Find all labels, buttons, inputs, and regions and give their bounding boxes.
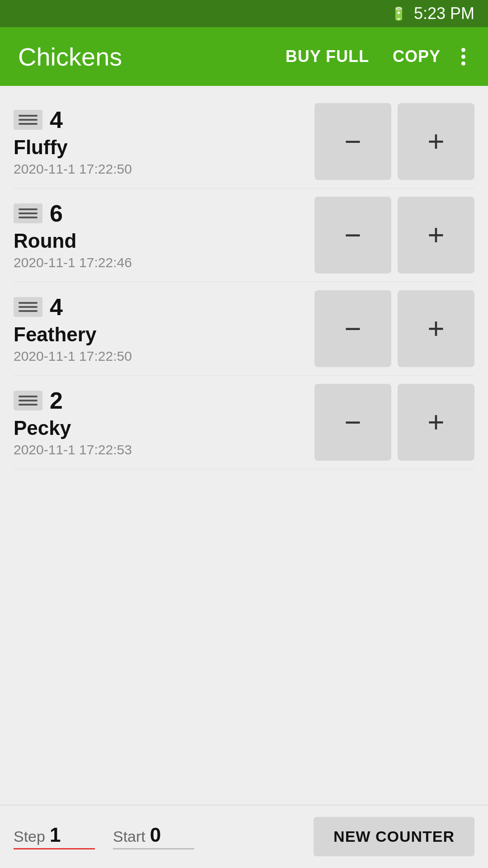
drag-handle-line — [19, 310, 38, 312]
app-bar: Chickens BUY FULL COPY — [0, 27, 488, 86]
counter-date-0: 2020-11-1 17:22:50 — [14, 161, 305, 177]
app-title: Chickens — [18, 42, 269, 71]
dot-icon — [461, 55, 465, 59]
drag-handle-line — [19, 115, 38, 117]
counter-buttons-2: − + — [314, 290, 474, 367]
step-field: Step 1 — [14, 824, 113, 849]
start-underline — [113, 848, 194, 849]
start-value: 0 — [150, 824, 161, 846]
counter-name-0: Fluffy — [14, 136, 305, 159]
counter-left-2: 4 Feathery 2020-11-1 17:22:50 — [14, 290, 314, 367]
start-field: Start 0 — [113, 824, 212, 849]
counter-left-1: 6 Round 2020-11-1 17:22:46 — [14, 197, 314, 274]
counter-item: 2 Pecky 2020-11-1 17:22:53 − + — [14, 376, 474, 469]
counter-header-2: 4 — [14, 293, 305, 321]
counter-left-0: 4 Fluffy 2020-11-1 17:22:50 — [14, 103, 314, 180]
drag-handle-0[interactable] — [14, 110, 42, 130]
increment-button-3[interactable]: + — [398, 384, 474, 461]
decrement-button-2[interactable]: − — [314, 290, 391, 367]
counter-date-3: 2020-11-1 17:22:53 — [14, 442, 305, 458]
increment-button-0[interactable]: + — [398, 103, 474, 180]
counter-value-2: 4 — [50, 293, 63, 321]
decrement-button-3[interactable]: − — [314, 384, 391, 461]
drag-handle-line — [19, 396, 38, 397]
step-value: 1 — [50, 824, 61, 846]
counter-date-2: 2020-11-1 17:22:50 — [14, 349, 305, 364]
drag-handle-line — [19, 123, 38, 125]
step-underline — [14, 848, 95, 849]
drag-handle-line — [19, 212, 38, 214]
dot-icon — [461, 61, 465, 66]
counter-name-2: Feathery — [14, 323, 305, 346]
decrement-button-1[interactable]: − — [314, 197, 391, 274]
drag-handle-2[interactable] — [14, 297, 42, 317]
counter-buttons-1: − + — [314, 197, 474, 274]
dot-icon — [461, 48, 465, 52]
battery-icon: 🔋 — [391, 6, 407, 21]
drag-handle-line — [19, 306, 38, 308]
step-label: Step — [14, 828, 45, 845]
new-counter-button[interactable]: NEW COUNTER — [314, 817, 474, 856]
drag-handle-line — [19, 404, 38, 406]
buy-full-button[interactable]: BUY FULL — [278, 42, 376, 71]
counter-buttons-0: − + — [314, 103, 474, 180]
drag-handle-line — [19, 208, 38, 210]
content-spacer — [14, 469, 474, 796]
counter-buttons-3: − + — [314, 384, 474, 461]
increment-button-1[interactable]: + — [398, 197, 474, 274]
status-time: 5:23 PM — [414, 4, 474, 23]
counter-header-3: 2 — [14, 387, 305, 414]
drag-handle-line — [19, 119, 38, 121]
drag-handle-1[interactable] — [14, 203, 42, 223]
counters-list: 4 Fluffy 2020-11-1 17:22:50 − + 6 — [0, 86, 488, 805]
drag-handle-3[interactable] — [14, 391, 42, 410]
status-bar: 🔋 5:23 PM — [0, 0, 488, 27]
copy-button[interactable]: COPY — [385, 42, 448, 71]
counter-item: 4 Feathery 2020-11-1 17:22:50 − + — [14, 282, 474, 376]
decrement-button-0[interactable]: − — [314, 103, 391, 180]
counter-item: 4 Fluffy 2020-11-1 17:22:50 − + — [14, 95, 474, 189]
counter-value-0: 4 — [50, 106, 63, 133]
start-label: Start — [113, 828, 145, 845]
drag-handle-line — [19, 302, 38, 304]
counter-left-3: 2 Pecky 2020-11-1 17:22:53 — [14, 384, 314, 461]
counter-value-1: 6 — [50, 200, 63, 227]
bottom-bar: Step 1 Start 0 NEW COUNTER — [0, 805, 488, 868]
counter-value-3: 2 — [50, 387, 63, 414]
counter-item: 6 Round 2020-11-1 17:22:46 − + — [14, 189, 474, 282]
counter-name-3: Pecky — [14, 417, 305, 439]
drag-handle-line — [19, 217, 38, 218]
counter-header-0: 4 — [14, 106, 305, 133]
counter-name-1: Round — [14, 230, 305, 252]
more-options-button[interactable] — [457, 43, 470, 70]
counter-header-1: 6 — [14, 200, 305, 227]
increment-button-2[interactable]: + — [398, 290, 474, 367]
counter-date-1: 2020-11-1 17:22:46 — [14, 255, 305, 270]
drag-handle-line — [19, 400, 38, 401]
